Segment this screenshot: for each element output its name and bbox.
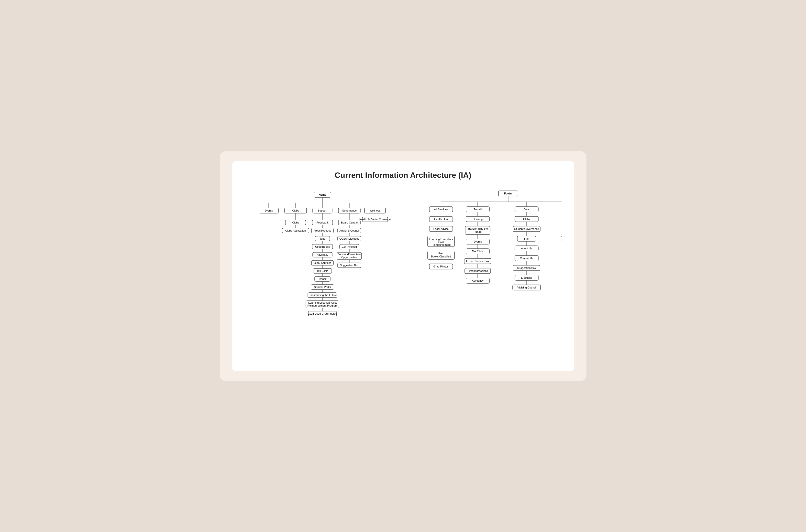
- node-advocacy-footer: Advocacy: [466, 278, 490, 283]
- node-clubs-footer: Clubs: [515, 216, 538, 222]
- svg-text:Wellness: Wellness: [369, 209, 380, 212]
- svg-text:Tax Clinic: Tax Clinic: [472, 250, 483, 253]
- node-jobs-footer: Jobs: [515, 207, 538, 212]
- svg-text:Housing: Housing: [473, 217, 482, 221]
- svg-text:Jobs: Jobs: [319, 237, 325, 240]
- right-tree: Footer: [418, 190, 562, 357]
- svg-rect-175: [561, 236, 562, 241]
- node-transit-footer: Transit: [466, 207, 490, 212]
- node-ccsai-elections: CCSAI Elections: [337, 236, 361, 241]
- svg-text:Advising Council: Advising Council: [516, 286, 536, 289]
- diagram-container: Home: [244, 190, 562, 357]
- node-all-services: All Services: [429, 207, 453, 212]
- svg-text:Clubs: Clubs: [292, 209, 299, 212]
- node-home: Home: [314, 192, 331, 197]
- node-events: Events: [259, 208, 278, 213]
- svg-text:Learning Essential Cost: Learning Essential Cost: [308, 301, 336, 304]
- svg-text:Foodbank: Foodbank: [316, 221, 328, 224]
- node-grad-photos-left: 2023-2026 Grad Photos: [308, 311, 337, 316]
- svg-text:Books/Classified: Books/Classified: [431, 255, 451, 258]
- svg-text:Fresh Produce Box: Fresh Produce Box: [466, 260, 489, 263]
- svg-text:Elections: Elections: [521, 276, 532, 279]
- node-contact-morningside: Contact Morningside: [561, 236, 562, 241]
- svg-text:Health plan: Health plan: [434, 217, 448, 221]
- svg-text:Clubs Application: Clubs Application: [285, 229, 306, 232]
- node-support-jobs: Jobs: [315, 236, 330, 241]
- svg-text:Support: Support: [317, 209, 327, 212]
- page-title: Current Information Architecture (IA): [244, 171, 562, 180]
- node-get-involved: Get Involved: [340, 244, 359, 249]
- svg-text:Contact Us: Contact Us: [520, 257, 533, 260]
- node-jobs-volunteer: Jobs and Volunteer Opportunities: [337, 252, 362, 260]
- svg-text:Reimbursement Program: Reimbursement Program: [307, 304, 337, 307]
- node-legal-advice: Legal Advice: [429, 226, 453, 231]
- svg-text:Home: Home: [318, 193, 326, 196]
- node-support-tax-clinic: Tax Clinic: [313, 268, 332, 273]
- node-about-us: About Us: [515, 246, 538, 251]
- node-used-books-classified: Used Books/Classified: [427, 251, 455, 260]
- node-contact-us: Contact Us: [515, 255, 538, 261]
- node-foodbank: Foodbank: [312, 220, 333, 225]
- node-health-plan: Health plan: [429, 216, 453, 222]
- node-support-advocacy: Advocacy: [313, 252, 332, 257]
- node-transforming: Transforming the Future: [308, 292, 337, 298]
- svg-text:Student Perks: Student Perks: [314, 286, 331, 288]
- outer-card: Current Information Architecture (IA) Ho…: [220, 151, 586, 381]
- svg-text:Transit: Transit: [318, 278, 326, 280]
- svg-text:Used Books: Used Books: [315, 245, 330, 248]
- node-legal-services: Legal Services: [311, 260, 333, 265]
- svg-text:Health & Dental Coverage: Health & Dental Coverage: [359, 218, 391, 221]
- svg-text:Advocacy: Advocacy: [472, 279, 483, 282]
- svg-text:Student Governance: Student Governance: [514, 227, 539, 230]
- svg-text:Transforming the Future: Transforming the Future: [308, 293, 337, 297]
- svg-text:Fresh Produce: Fresh Produce: [313, 229, 331, 232]
- svg-text:Jobs: Jobs: [524, 208, 530, 211]
- node-clubs-application: Clubs Application: [282, 228, 309, 233]
- svg-text:2023-2026 Grad Photos: 2023-2026 Grad Photos: [308, 312, 337, 315]
- node-suggestion-box-footer: Suggestion Box: [513, 265, 540, 271]
- node-elections: Elections: [515, 275, 538, 280]
- node-clubs-clubs: Clubs: [285, 220, 306, 225]
- node-fresh-produce: Fresh Produce: [311, 228, 333, 233]
- node-board-central: Board Central: [338, 220, 360, 225]
- node-support: Support: [313, 208, 332, 213]
- node-learning-essentials: Learning Essentials Cost Reimbursement: [427, 236, 455, 247]
- svg-text:Learning Essentials: Learning Essentials: [429, 238, 453, 241]
- svg-text:Advocacy: Advocacy: [316, 253, 328, 256]
- node-events-footer: Events: [466, 239, 490, 244]
- node-governance: Governance: [338, 208, 360, 213]
- svg-text:Opportunities: Opportunities: [341, 256, 358, 259]
- node-advising-council-gov: Advising Council: [337, 228, 361, 233]
- node-student-governance: Student Governance: [513, 226, 540, 231]
- svg-text:Tax Clinic: Tax Clinic: [316, 269, 328, 272]
- svg-text:Legal Services: Legal Services: [313, 261, 331, 264]
- svg-text:Legal Advice: Legal Advice: [433, 227, 448, 230]
- left-tree: Home: [244, 190, 398, 347]
- node-grad-photos: Grad Photos: [429, 264, 453, 269]
- svg-text:Future: Future: [474, 230, 481, 233]
- node-staff: Staff: [517, 236, 536, 241]
- node-student-perks: Student Perks: [311, 285, 334, 289]
- svg-text:Footer: Footer: [504, 192, 512, 195]
- node-clubs: Clubs: [285, 208, 307, 213]
- svg-text:Transforming the: Transforming the: [468, 227, 488, 230]
- node-learning-essential: Learning Essential Cost Reimbursement Pr…: [306, 301, 339, 308]
- left-tree-svg: Home: [244, 190, 398, 346]
- svg-text:Grad Photos: Grad Photos: [434, 265, 448, 268]
- svg-text:Jobs and Volunteer: Jobs and Volunteer: [337, 253, 361, 256]
- node-first-impressions: First Impressions: [465, 268, 491, 273]
- inner-card: Current Information Architecture (IA) Ho…: [232, 161, 574, 371]
- svg-text:Clubs: Clubs: [292, 221, 299, 224]
- svg-text:Clubs: Clubs: [523, 217, 530, 221]
- svg-text:All Services: All Services: [434, 208, 448, 211]
- node-transforming-footer: Transforming the Future: [465, 226, 490, 234]
- right-tree-svg: Footer: [418, 190, 562, 356]
- node-suggestion-box-gov: Suggestion Box: [337, 263, 361, 268]
- node-wellness: Wellness: [365, 208, 386, 213]
- svg-text:Used: Used: [438, 252, 444, 255]
- svg-text:Governance: Governance: [342, 209, 357, 212]
- svg-text:Events: Events: [264, 209, 273, 212]
- node-health-dental: Health & Dental Coverage: [359, 217, 391, 222]
- svg-text:Get Involved: Get Involved: [342, 245, 357, 248]
- node-housing: Housing: [466, 216, 490, 222]
